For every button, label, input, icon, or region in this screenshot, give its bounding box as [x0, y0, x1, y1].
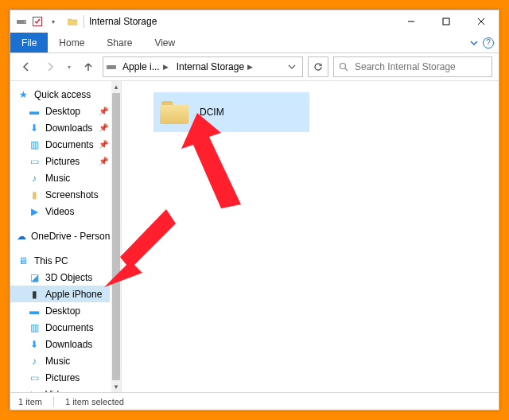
ribbon-help-icon[interactable]: ? [483, 37, 494, 49]
scroll-up-icon[interactable]: ▲ [111, 81, 121, 92]
svg-line-9 [345, 68, 348, 71]
forward-button[interactable] [41, 57, 60, 76]
minimize-button[interactable] [394, 10, 429, 33]
sidebar-item-downloads[interactable]: ⬇ Downloads 📌 [10, 119, 110, 136]
sidebar-item-videos[interactable]: ▶ Videos [10, 386, 110, 392]
close-button[interactable] [464, 10, 499, 33]
download-icon: ⬇ [28, 338, 41, 351]
document-icon: ▥ [28, 138, 41, 151]
status-item-count: 1 item [18, 397, 42, 406]
chevron-right-icon[interactable]: ▶ [247, 63, 253, 71]
folder-label: DCIM [200, 107, 224, 118]
address-bar[interactable]: Apple i... ▶ Internal Storage ▶ [103, 56, 303, 77]
explorer-window: ▾ Internal Storage File Home Share View [10, 10, 499, 410]
breadcrumb-label: Internal Storage [177, 61, 244, 72]
sidebar-item-videos[interactable]: ▶ Videos [10, 203, 110, 220]
ribbon-expand-icon[interactable] [470, 39, 478, 47]
address-dropdown-icon[interactable] [283, 63, 301, 71]
refresh-button[interactable] [308, 56, 328, 77]
maximize-button[interactable] [429, 10, 464, 33]
sidebar-item-label: Desktop [45, 305, 80, 317]
svg-rect-4 [443, 18, 449, 25]
recent-locations-button[interactable]: ▾ [64, 57, 74, 76]
folder-icon [160, 98, 192, 126]
cube-icon: ◪ [28, 271, 41, 284]
breadcrumb-segment[interactable]: Apple i... ▶ [119, 61, 172, 72]
picture-icon: ▭ [28, 371, 41, 384]
status-selected-count: 1 item selected [65, 397, 124, 406]
folder-icon: ▮ [28, 189, 41, 201]
sidebar-item-label: Videos [45, 206, 74, 217]
content-pane[interactable]: DCIM [122, 81, 499, 392]
sidebar-item-label: 3D Objects [45, 272, 92, 283]
sidebar-item-pictures[interactable]: ▭ Pictures [10, 369, 110, 386]
search-input[interactable] [353, 60, 487, 73]
pin-icon: 📌 [99, 140, 110, 149]
sidebar-item-pictures[interactable]: ▭ Pictures 📌 [10, 153, 110, 169]
search-icon [339, 62, 348, 72]
file-tab[interactable]: File [10, 33, 48, 52]
tab-home[interactable]: Home [48, 33, 95, 52]
sidebar-item-documents[interactable]: ▥ Documents 📌 [10, 136, 110, 153]
desktop-icon: ▬ [28, 305, 41, 317]
back-button[interactable] [17, 57, 36, 76]
sidebar-quick-access[interactable]: ★ Quick access [10, 86, 110, 103]
pin-icon: 📌 [99, 157, 110, 165]
svg-point-8 [340, 64, 346, 69]
sidebar-item-label: Desktop [45, 106, 80, 117]
navigation-pane: ★ Quick access ▬ Desktop 📌 ⬇ Downloads 📌… [10, 81, 122, 392]
sidebar-this-pc[interactable]: 🖥 This PC [10, 252, 110, 269]
pin-icon: 📌 [99, 123, 110, 132]
qat-dropdown-icon[interactable]: ▾ [47, 15, 60, 28]
titlebar: ▾ Internal Storage [10, 10, 499, 33]
nav-scrollbar[interactable]: ▲ ▼ [111, 81, 121, 392]
address-row: ▾ Apple i... ▶ Internal Storage ▶ [10, 53, 499, 80]
breadcrumb-segment[interactable]: Internal Storage ▶ [173, 61, 256, 72]
sidebar-item-music[interactable]: ♪ Music [10, 352, 110, 369]
sidebar-item-screenshots[interactable]: ▮ Screenshots [10, 186, 110, 203]
scrollbar-thumb[interactable] [112, 93, 120, 380]
drive-icon [15, 15, 28, 28]
this-pc-icon: 🖥 [17, 255, 29, 267]
tab-view[interactable]: View [143, 33, 186, 52]
tab-share[interactable]: Share [95, 33, 143, 52]
video-icon: ▶ [28, 388, 41, 393]
sidebar-item-apple-iphone[interactable]: ▮ Apple iPhone [10, 286, 110, 302]
folder-icon [66, 15, 79, 28]
qat-checkbox-icon[interactable] [31, 15, 44, 28]
sidebar-item-label: Downloads [45, 122, 92, 134]
up-button[interactable] [79, 57, 98, 76]
sidebar-item-desktop[interactable]: ▬ Desktop [10, 302, 110, 319]
sidebar-item-music[interactable]: ♪ Music [10, 169, 110, 186]
sidebar-item-label: Pictures [45, 372, 80, 383]
window-title: Internal Storage [89, 16, 157, 27]
document-icon: ▥ [28, 321, 41, 334]
ribbon: File Home Share View ? [10, 33, 499, 53]
search-box[interactable] [333, 56, 492, 77]
sidebar-item-desktop[interactable]: ▬ Desktop 📌 [10, 103, 110, 119]
sidebar-item-3d-objects[interactable]: ◪ 3D Objects [10, 269, 110, 286]
sidebar-item-downloads[interactable]: ⬇ Downloads [10, 336, 110, 352]
music-icon: ♪ [28, 355, 41, 368]
scroll-down-icon[interactable]: ▼ [111, 381, 121, 392]
sidebar-item-label: Videos [45, 389, 74, 393]
download-icon: ⬇ [28, 122, 41, 134]
sidebar-item-label: Documents [45, 322, 94, 333]
status-bar: 1 item 1 item selected [10, 392, 499, 410]
folder-item-dcim[interactable]: DCIM [153, 92, 309, 132]
sidebar-item-documents[interactable]: ▥ Documents [10, 319, 110, 336]
picture-icon: ▭ [28, 155, 41, 168]
drive-icon [105, 60, 118, 73]
svg-point-1 [24, 21, 25, 23]
video-icon: ▶ [28, 205, 41, 218]
sidebar-item-label: Music [45, 356, 70, 367]
svg-rect-7 [107, 65, 116, 69]
sidebar-label: OneDrive - Person [31, 231, 110, 242]
pin-icon: 📌 [99, 107, 110, 115]
sidebar-label: Quick access [34, 89, 91, 100]
chevron-right-icon[interactable]: ▶ [163, 63, 169, 71]
sidebar-item-label: Music [45, 173, 70, 184]
desktop-icon: ▬ [28, 105, 41, 118]
sidebar-onedrive[interactable]: ☁ OneDrive - Person [10, 228, 110, 244]
sidebar-item-label: Downloads [45, 339, 92, 350]
